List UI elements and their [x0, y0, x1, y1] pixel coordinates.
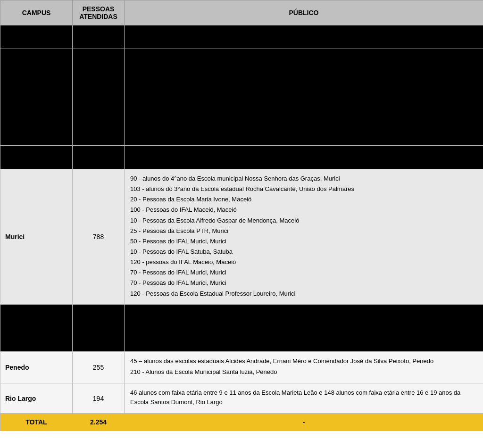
total-pessoas-cell: 2.254	[73, 414, 125, 431]
header-pessoas: PESSOAS ATENDIDAS	[73, 0, 125, 25]
campus-cell: Penedo	[0, 351, 73, 383]
table-row: Rio Largo 194 46 alunos com faixa etária…	[0, 383, 483, 413]
campus-cell	[0, 146, 73, 169]
publico-cell: 45 – alunos das escolas estaduais Alcide…	[125, 351, 483, 383]
campus-cell: Rio Largo	[0, 383, 73, 413]
header-campus: CAMPUS	[0, 0, 73, 25]
campus-cell	[0, 304, 73, 351]
table-row: Penedo 255 45 – alunos das escolas estad…	[0, 351, 483, 383]
campus-cell	[0, 25, 73, 49]
pessoas-cell: 194	[73, 383, 125, 413]
pessoas-cell	[73, 25, 125, 49]
table-header: CAMPUS PESSOAS ATENDIDAS PÚBLICO	[0, 0, 483, 25]
pessoas-cell	[73, 304, 125, 351]
table-row: Murici 788 90 - alunos do 4°ano da Escol…	[0, 169, 483, 305]
publico-cell	[125, 49, 483, 146]
total-publico-cell: -	[125, 414, 483, 431]
campus-cell: Murici	[0, 169, 73, 305]
total-campus-cell: TOTAL	[0, 414, 73, 431]
table-row: TOTAL 2.254 -	[0, 414, 483, 431]
publico-cell	[125, 25, 483, 49]
campus-cell	[0, 49, 73, 146]
pessoas-cell	[73, 49, 125, 146]
table-row	[0, 49, 483, 146]
publico-cell	[125, 146, 483, 169]
pessoas-cell: 255	[73, 351, 125, 383]
table-row	[0, 146, 483, 169]
publico-cell: 90 - alunos do 4°ano da Escola municipal…	[125, 169, 483, 305]
publico-cell	[125, 304, 483, 351]
pessoas-cell: 788	[73, 169, 125, 305]
table-row	[0, 25, 483, 49]
publico-cell: 46 alunos com faixa etária entre 9 e 11 …	[125, 383, 483, 413]
pessoas-cell	[73, 146, 125, 169]
table-row	[0, 304, 483, 351]
header-publico: PÚBLICO	[125, 0, 483, 25]
